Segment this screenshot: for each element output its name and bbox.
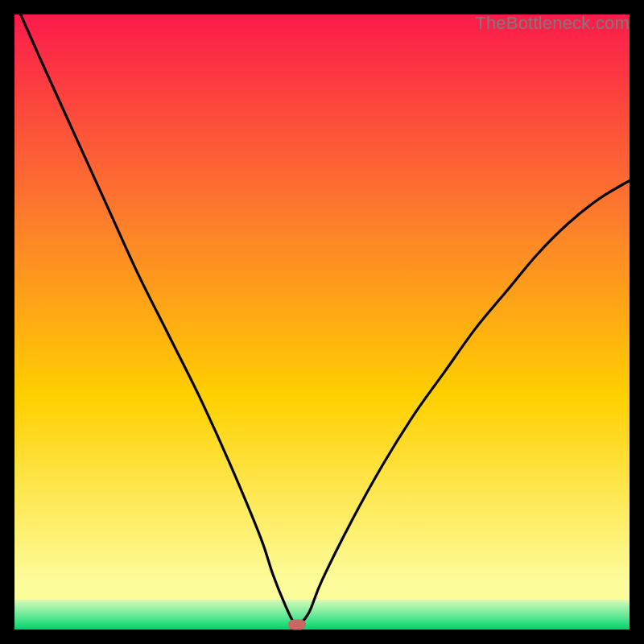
- plot-area: TheBottleneck.com: [14, 14, 630, 630]
- optimum-marker: [288, 619, 306, 630]
- chart-frame: TheBottleneck.com: [14, 14, 630, 630]
- bottleneck-curve: [14, 14, 630, 630]
- watermark-text: TheBottleneck.com: [475, 13, 630, 34]
